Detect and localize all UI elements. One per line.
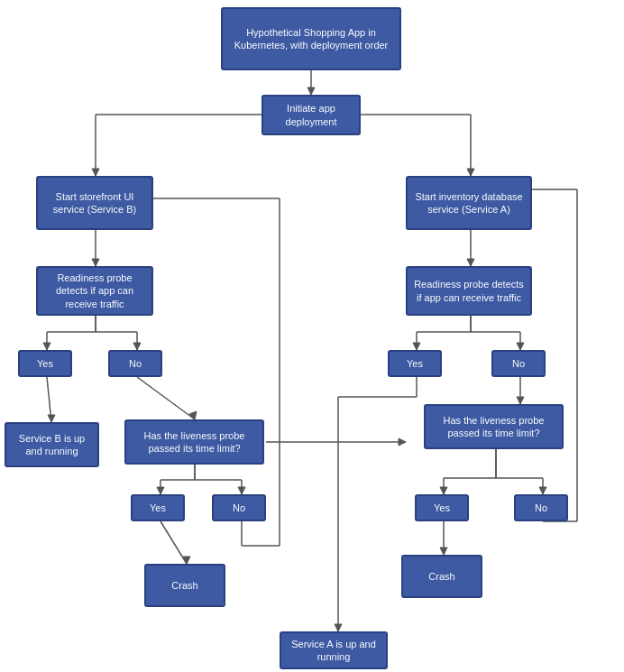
yes-a-node: Yes (388, 350, 442, 377)
svg-marker-49 (440, 487, 447, 494)
svg-marker-69 (399, 438, 406, 446)
title-node: Hypothetical Shopping App in Kubernetes,… (221, 7, 401, 70)
svg-marker-55 (183, 557, 190, 564)
svg-marker-37 (517, 397, 524, 404)
liveness-a-node: Has the liveness probe passed its time l… (424, 404, 564, 449)
svg-marker-41 (157, 487, 164, 494)
crash-a-node: Crash (401, 555, 482, 598)
initiate-node: Initiate app deployment (262, 95, 361, 135)
svg-marker-19 (133, 343, 141, 350)
liveness-b-node: Has the liveness probe passed its time l… (124, 419, 264, 465)
svg-marker-7 (467, 169, 474, 176)
svg-marker-45 (238, 487, 245, 494)
no-b-node: No (108, 350, 162, 377)
service-b-node: Start storefront UI service (Service B) (36, 176, 153, 230)
readiness-b-node: Readiness probe detects if app can recei… (36, 266, 153, 316)
yes2-b-node: Yes (131, 494, 185, 521)
no2-a-node: No (514, 494, 568, 521)
service-a-node: Start inventory database service (Servic… (406, 176, 532, 230)
svg-marker-1 (307, 87, 315, 95)
svg-marker-23 (413, 343, 420, 350)
crash-b-node: Crash (144, 564, 225, 607)
svg-marker-53 (539, 487, 546, 494)
yes2-a-node: Yes (415, 494, 469, 521)
svg-marker-27 (517, 343, 524, 350)
svg-marker-4 (92, 169, 99, 176)
svg-marker-29 (48, 415, 55, 422)
service-a-up-node: Service A is up and running (280, 631, 388, 669)
yes-b-node: Yes (18, 350, 72, 377)
service-b-up-node: Service B is up and running (5, 422, 99, 467)
svg-marker-9 (92, 259, 99, 266)
readiness-a-node: Readiness probe detects if app can recei… (406, 266, 532, 316)
svg-marker-11 (467, 259, 474, 266)
svg-marker-15 (43, 343, 50, 350)
diagram: Hypothetical Shopping App in Kubernetes,… (0, 0, 624, 672)
no2-b-node: No (212, 494, 266, 521)
no-a-node: No (491, 350, 546, 377)
svg-line-30 (137, 377, 195, 419)
svg-marker-31 (189, 411, 197, 419)
svg-line-54 (161, 521, 187, 564)
svg-line-28 (47, 377, 51, 422)
svg-marker-35 (335, 624, 342, 631)
svg-marker-63 (440, 548, 447, 555)
